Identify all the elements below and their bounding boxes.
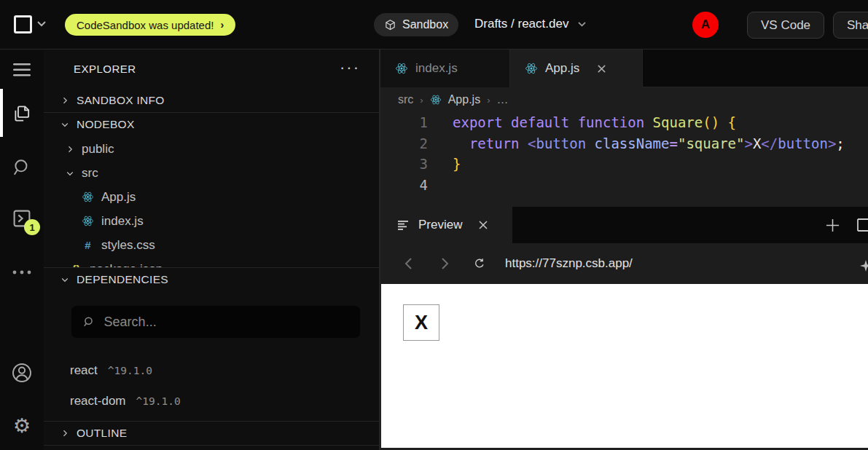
explorer-title: EXPLORER — [74, 63, 136, 75]
code-text: } — [453, 156, 461, 172]
close-preview-icon[interactable] — [478, 220, 488, 230]
editor-preview-region: index.js App.js src › App.js › … 1export… — [380, 50, 868, 450]
account-button[interactable] — [0, 355, 44, 390]
code-line-3[interactable]: 3} — [380, 154, 868, 175]
codesandbox-logo-icon[interactable] — [14, 15, 32, 33]
avatar[interactable]: A — [692, 12, 719, 38]
add-preview-icon[interactable] — [825, 218, 840, 233]
code-line-1[interactable]: 1export default function Square() { — [380, 112, 868, 133]
terminal-view-button[interactable]: 1 — [0, 201, 44, 236]
account-icon — [10, 361, 34, 384]
preview-content: X — [381, 284, 868, 448]
search-view-button[interactable] — [0, 150, 44, 185]
preview-url[interactable]: https://77sznp.csb.app/ — [505, 256, 633, 271]
code-line-2[interactable]: 2 return <button className="square">X</b… — [380, 133, 868, 154]
layout-icon[interactable] — [856, 218, 868, 232]
dependency-name: react-dom — [70, 394, 126, 408]
project-breadcrumb-label: Drafts / react.dev — [474, 17, 568, 31]
sparkle-icon[interactable] — [859, 259, 868, 272]
hamburger-icon — [13, 63, 31, 76]
section-label: NODEBOX — [77, 118, 135, 131]
preview-list-icon — [398, 221, 410, 230]
settings-button[interactable]: ⚙ — [0, 408, 44, 443]
tree-item-label: public — [82, 142, 114, 157]
preview-tab[interactable]: Preview — [380, 207, 512, 243]
dependency-react[interactable]: react^19.1.0 — [70, 355, 376, 386]
search-icon — [12, 157, 32, 178]
search-icon — [83, 315, 95, 328]
dependency-search-input[interactable] — [104, 315, 348, 330]
css-icon: # — [82, 239, 94, 251]
preview-tab-label: Preview — [418, 218, 462, 232]
editor-tab-bar: index.js App.js — [380, 50, 868, 87]
close-tab-icon[interactable] — [597, 64, 606, 74]
tree-item-src[interactable]: src — [44, 161, 379, 185]
section-label: DEPENDENCIES — [77, 273, 168, 286]
tab-app-js[interactable]: App.js — [510, 50, 643, 87]
file-tree: publicsrcApp.jsindex.js#styles.css{}pack… — [44, 137, 379, 267]
tree-item-package-json[interactable]: {}package.json — [44, 257, 379, 267]
section-dependencies[interactable]: DEPENDENCIES — [44, 268, 379, 291]
logo-chevron-down-icon[interactable] — [36, 20, 47, 28]
tab-index-js[interactable]: index.js — [380, 50, 510, 87]
chevron-down-icon — [60, 120, 69, 129]
tree-item-index-js[interactable]: index.js — [44, 209, 379, 233]
line-number: 3 — [380, 156, 428, 172]
tree-item-label: src — [82, 166, 98, 181]
code-text: export default function Square() { — [453, 114, 736, 130]
section-nodebox[interactable]: NODEBOX — [44, 113, 379, 136]
line-number: 4 — [380, 177, 428, 193]
editor-breadcrumb[interactable]: src › App.js › … — [380, 87, 868, 112]
forward-button[interactable] — [439, 257, 450, 270]
breadcrumb-folder: src — [398, 93, 413, 106]
activity-bar: 1 ⚙ — [0, 50, 44, 450]
update-banner-label: CodeSandbox was updated! — [77, 19, 214, 31]
tree-item-label: App.js — [101, 190, 136, 205]
react-icon — [82, 191, 94, 203]
dependency-list: react^19.1.0react-dom^19.1.0 — [70, 355, 376, 417]
tree-item-styles-css[interactable]: #styles.css — [44, 233, 379, 257]
chevron-right-icon — [60, 96, 69, 105]
react-icon — [82, 215, 94, 227]
breadcrumb-file: App.js — [448, 93, 480, 106]
react-icon — [395, 62, 408, 75]
line-number: 1 — [380, 114, 428, 130]
codesandbox-window: CodeSandbox was updated! › Sandbox Draft… — [0, 0, 868, 450]
gear-icon: ⚙ — [13, 416, 31, 435]
share-button[interactable]: Share — [833, 12, 868, 39]
explorer-view-button[interactable] — [0, 96, 44, 131]
sandbox-badge-label: Sandbox — [402, 18, 448, 31]
section-sandbox-info[interactable]: SANDBOX INFO — [44, 89, 379, 112]
top-bar: CodeSandbox was updated! › Sandbox Draft… — [0, 0, 868, 50]
sandbox-type-badge[interactable]: Sandbox — [374, 13, 458, 36]
refresh-button[interactable] — [474, 256, 485, 271]
section-outline[interactable]: OUTLINE — [44, 422, 379, 445]
menu-button[interactable] — [0, 52, 44, 87]
tree-item-public[interactable]: public — [44, 137, 379, 161]
code-line-4[interactable]: 4 — [380, 175, 868, 196]
dependency-search — [71, 306, 360, 338]
breadcrumb-tail: … — [496, 93, 508, 106]
chevron-right-icon: › — [487, 95, 490, 106]
refresh-icon — [474, 256, 485, 271]
banner-chevron-right-icon: › — [220, 19, 224, 31]
project-breadcrumb[interactable]: Drafts / react.dev — [474, 17, 587, 31]
square-button[interactable]: X — [403, 304, 439, 341]
update-banner[interactable]: CodeSandbox was updated! › — [65, 14, 235, 36]
chevron-right-icon — [441, 257, 449, 270]
vs-code-button[interactable]: VS Code — [747, 12, 824, 39]
more-views-button[interactable] — [0, 255, 44, 290]
code-editor[interactable]: 1export default function Square() {2 ret… — [380, 112, 868, 218]
chevron-right-icon: › — [420, 95, 423, 106]
section-label: SANDBOX INFO — [77, 94, 165, 107]
back-button[interactable] — [402, 257, 414, 270]
tree-item-label: package.json — [90, 262, 163, 268]
tree-item-app-js[interactable]: App.js — [44, 185, 379, 209]
react-icon — [525, 62, 538, 75]
preview-url-bar: https://77sznp.csb.app/ — [380, 243, 868, 284]
dependency-version: ^19.1.0 — [108, 365, 152, 376]
cube-icon — [384, 19, 396, 31]
explorer-menu-button[interactable]: ··· — [340, 58, 360, 77]
dependency-react-dom[interactable]: react-dom^19.1.0 — [70, 386, 376, 417]
files-icon — [12, 103, 32, 124]
